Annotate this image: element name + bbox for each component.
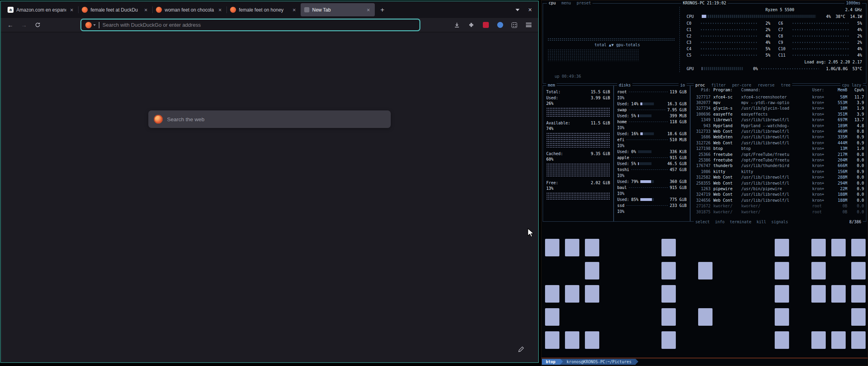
proc-mem: 22M xyxy=(830,187,847,191)
proc-program: librewol xyxy=(713,118,741,122)
proc-column-header[interactable]: Cpu% xyxy=(847,88,864,92)
disk-size: 233 GiB xyxy=(670,203,687,209)
proc-command: xfce4-screenshooter xyxy=(741,95,812,99)
proc-mem: 0B xyxy=(830,204,847,208)
tab-title: Amazon.com en espanol xyxy=(16,7,66,13)
tab-close-button[interactable]: × xyxy=(366,7,371,13)
browser-tab[interactable]: New Tab× xyxy=(301,3,375,16)
disk-entry: toshi457 GiB xyxy=(617,167,687,173)
downloads-button[interactable] xyxy=(453,21,461,29)
process-row[interactable]: 302077mpvmpv --ytdl-raw-optiokron+553M3.… xyxy=(693,100,864,105)
extensions-button[interactable] xyxy=(467,21,475,29)
process-row[interactable]: 312733Web Cont/usr/lib/librewolf/lkron+4… xyxy=(693,128,864,134)
browser-tab[interactable]: female feet on honey× xyxy=(226,3,301,16)
proc-menu-per-core[interactable]: per-core xyxy=(732,83,751,88)
forward-button[interactable]: → xyxy=(18,20,30,30)
process-row[interactable]: 324719Web Cont/usr/lib/librewolf/lkron+1… xyxy=(693,192,864,197)
search-engine-selector[interactable] xyxy=(85,22,96,28)
url-bar[interactable] xyxy=(81,19,420,31)
process-row[interactable]: 312726Web Cont/usr/lib/librewolf/lkron+4… xyxy=(693,140,864,146)
window-close-button[interactable]: × xyxy=(528,7,532,13)
proc-cpu: 11.7 xyxy=(847,95,864,99)
edit-wallpaper-button[interactable] xyxy=(516,344,526,354)
proc-program: Web Cont xyxy=(713,198,741,203)
chevron-down-icon xyxy=(93,24,96,26)
browser-tab[interactable]: woman feet on chocola× xyxy=(152,3,226,16)
proc-column-header[interactable]: MemB xyxy=(830,88,847,92)
gpu-temp: 53°C xyxy=(852,67,862,71)
proc-user: kron+ xyxy=(812,187,830,191)
browser-tab[interactable]: aAmazon.com en espanol× xyxy=(4,3,78,16)
proc-menu-tree[interactable]: tree xyxy=(781,83,791,88)
btop-menu-menu[interactable]: menu xyxy=(561,1,571,6)
terminal-tab[interactable]: btop xyxy=(542,359,560,365)
process-row[interactable]: 176747thunderb/usr/lib/thunderbirdkron+6… xyxy=(693,163,864,169)
core-percent: 5% xyxy=(852,21,862,26)
process-row[interactable]: 258355Web Cont/usr/lib/librewolf/lkron+2… xyxy=(693,180,864,186)
proc-command: /usr/lib/librewolf/l xyxy=(741,192,812,197)
clock-block xyxy=(851,308,866,326)
proc-pid: 1686 xyxy=(693,135,713,139)
process-row[interactable]: 327717xfce4-scxfce4-screenshooterkron+58… xyxy=(693,94,864,100)
btop-menu-cpu[interactable]: cpu xyxy=(549,1,556,6)
proc-menu-proc[interactable]: proc xyxy=(695,83,705,88)
btop-menu-preset[interactable]: preset xyxy=(577,1,591,6)
process-row[interactable]: 1686WebExten/usr/lib/librewolf/lkron+335… xyxy=(693,134,864,140)
proc-cpu: 0.9 xyxy=(847,141,864,145)
proc-column-header[interactable]: User: xyxy=(812,88,830,92)
disk-used-amount: 399 MiB xyxy=(670,113,687,119)
mem-value: 9.35 GiB xyxy=(591,151,610,157)
process-row[interactable]: 324656Web Cont/usr/lib/librewolf/lkron+1… xyxy=(693,197,864,203)
back-button[interactable]: ← xyxy=(5,20,16,30)
process-row[interactable]: 943HyprlandHyprland --watchdog-kron+189M… xyxy=(693,123,864,128)
proc-column-header[interactable]: Pid: xyxy=(693,88,713,92)
clock-block xyxy=(661,331,676,349)
web-search-box[interactable]: Search the web xyxy=(148,110,391,128)
disk-io-label: IO% xyxy=(617,95,687,101)
reload-icon xyxy=(35,22,41,28)
process-row[interactable]: 312582Web Cont/usr/lib/librewolf/lkron+2… xyxy=(693,174,864,180)
browser-tab[interactable]: female feet at DuckDu× xyxy=(78,3,152,16)
proc-pid: 302077 xyxy=(693,100,713,105)
clock-block xyxy=(831,285,846,303)
mem-percent: 74% xyxy=(546,126,610,132)
disk-used-percent: 16% xyxy=(631,131,638,137)
tab-close-button[interactable]: × xyxy=(217,7,223,13)
process-row[interactable]: 25386freetube/opt/FreeTube/freetukron+20… xyxy=(693,157,864,163)
grid-extension-button[interactable] xyxy=(510,21,518,29)
ublock-extension-button[interactable] xyxy=(482,21,490,29)
proc-menu-reverse[interactable]: reverse xyxy=(758,83,774,88)
blue-extension-button[interactable] xyxy=(496,21,504,29)
proc-column-header[interactable]: Command: xyxy=(741,88,812,92)
process-row[interactable]: 1086kittykittykron+156M0.9 xyxy=(693,169,864,174)
process-row[interactable]: 301875kworker/kworker/root0B0.0 xyxy=(693,209,864,214)
reload-button[interactable] xyxy=(32,20,43,30)
terminal-tab[interactable]: kronos@KRONOS-PC:~/Pictures xyxy=(560,359,636,365)
clock-block xyxy=(775,285,789,303)
tab-close-button[interactable]: × xyxy=(69,7,75,13)
cpu-history-graph: total ▲▼ gpu-totals up 00:49:36 xyxy=(543,6,677,81)
tab-close-button[interactable]: × xyxy=(143,7,149,13)
list-all-tabs-icon[interactable] xyxy=(516,9,520,11)
process-row[interactable]: 1349librewol/usr/lib/librewolf/lkron+697… xyxy=(693,117,864,123)
proc-mem: 18M xyxy=(830,106,847,110)
process-row[interactable]: 127198btopbtopkron+13M1.0 xyxy=(693,146,864,152)
new-tab-button[interactable]: + xyxy=(377,5,388,15)
process-row[interactable]: 25366freetube/opt/FreeTube/freetukron+21… xyxy=(693,152,864,157)
disk-used-row: Used:79%360 GiB xyxy=(617,179,687,185)
menu-button[interactable] xyxy=(525,21,533,29)
process-row[interactable]: 271672kworker/kworker/root0B0.0 xyxy=(693,203,864,209)
mem-percent: 26% xyxy=(546,101,610,106)
process-row[interactable]: 327734glycin-s/usr/lib/glycin-loadkron+1… xyxy=(693,106,864,111)
url-input[interactable] xyxy=(102,22,415,28)
proc-program: kitty xyxy=(713,169,741,174)
tab-close-button[interactable]: × xyxy=(291,7,297,13)
disk-used-amount: 336 KiB xyxy=(670,149,687,155)
graph-dots xyxy=(547,38,675,41)
process-row[interactable]: 100696easyeffeeasyeffectskron+351M3.9 xyxy=(693,111,864,117)
proc-menu-filter[interactable]: filter xyxy=(711,83,726,88)
hamburger-icon xyxy=(526,23,531,27)
process-row[interactable]: 1263pipewire/usr/bin/pipewirekron+22M0.9 xyxy=(693,186,864,191)
proc-column-header[interactable]: Program: xyxy=(713,88,741,92)
proc-user: kron+ xyxy=(812,124,830,128)
